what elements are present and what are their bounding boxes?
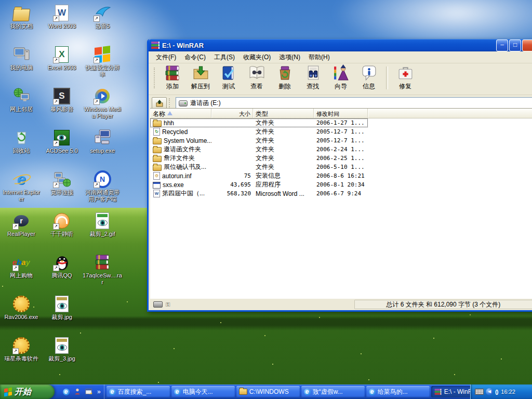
- view-button[interactable]: 查看: [243, 64, 271, 92]
- desktop-icon-quick-resolution[interactable]: ↗ 快速设定分辨率: [82, 44, 123, 85]
- desktop-icon-label: Rav2006.exe: [5, 314, 38, 321]
- menu-file[interactable]: 文件(F): [152, 51, 180, 63]
- word-icon: W↗: [54, 4, 71, 21]
- desktop-icon-rising-antivirus[interactable]: ↗ 瑞星杀毒软件: [1, 335, 42, 376]
- keyboard-tray-icon[interactable]: [475, 389, 484, 395]
- delete-button[interactable]: 删除: [271, 64, 299, 92]
- file-row[interactable]: 邀请函文件夹 文件夹 2006-2-24 1...: [150, 145, 532, 154]
- address-gripper[interactable]: [169, 98, 172, 109]
- menu-help[interactable]: 帮助(H): [304, 51, 334, 63]
- info-icon: [361, 64, 378, 82]
- task-computer-today[interactable]: e电脑今天...: [171, 386, 235, 397]
- disk-icon[interactable]: [153, 301, 163, 308]
- maximize-button[interactable]: □: [509, 39, 521, 51]
- desktop-icon-gif-image[interactable]: 裁剪_2.gif: [82, 210, 123, 251]
- extract-to-button[interactable]: 解压到: [187, 64, 215, 92]
- menu-commands[interactable]: 命令(C): [180, 51, 210, 63]
- desktop-icon-label: Excel 2003: [48, 64, 76, 71]
- desktop-icon-acdsee[interactable]: ↗ ACDSee 5.0: [42, 127, 82, 168]
- qq-penguin-icon: ↗: [54, 254, 71, 271]
- desktop-icon-broadband[interactable]: ↗ 宽带连接: [42, 168, 82, 210]
- shortcut-arrow-icon: ↗: [53, 182, 59, 188]
- desktop-icon-internet-explorer[interactable]: e Internet Explorer: [1, 168, 42, 210]
- menu-favorites[interactable]: 收藏夹(O): [239, 51, 275, 63]
- desktop-icon-excel-2003[interactable]: X↗ Excel 2003: [42, 44, 82, 85]
- desktop-icon-label: 千千静听: [50, 231, 73, 237]
- my-documents-folder-icon: [13, 4, 30, 21]
- task-gei-cainiao[interactable]: e给菜鸟的...: [366, 386, 430, 397]
- add-button[interactable]: 添加: [158, 64, 187, 92]
- column-header-size[interactable]: 大小: [211, 109, 253, 118]
- desktop-icon-setup-exe[interactable]: setup.exe: [82, 127, 123, 168]
- quick-launch-app-window[interactable]: [85, 388, 93, 396]
- file-row[interactable]: System Volume... 文件夹 2005-12-7 1...: [150, 136, 532, 145]
- view-file-icon: [248, 64, 265, 82]
- desktop-icon-network-places[interactable]: 网上邻居: [1, 85, 42, 127]
- desktop-icon-rar-archive[interactable]: 17aqIceSw....rar: [82, 251, 123, 293]
- desktop-icon-jpg-image[interactable]: 裁剪.jpg: [42, 293, 82, 335]
- up-one-level-button[interactable]: [152, 97, 167, 110]
- repair-button[interactable]: 修复: [391, 64, 419, 92]
- desktop-icon-recycle-bin[interactable]: 回收站: [1, 127, 42, 168]
- task-winrar[interactable]: E:\ - WinRAR: [431, 386, 470, 397]
- shortcut-arrow-icon: ↗: [53, 16, 59, 22]
- test-button[interactable]: 测试: [215, 64, 243, 92]
- task-zhi-xujia[interactable]: e致“虚假w...: [301, 386, 365, 397]
- lion-icon: [13, 295, 30, 312]
- desktop-icon-my-computer[interactable]: 我的电脑: [1, 44, 42, 85]
- taskbar-clock[interactable]: 16:22: [501, 389, 515, 395]
- folder-icon: [239, 389, 247, 395]
- setup-icon: [94, 129, 111, 146]
- shortcut-arrow-icon: ↗: [12, 223, 19, 230]
- desktop-icon-word-2003[interactable]: W↗ Word 2003: [42, 2, 82, 44]
- find-button[interactable]: 查找: [299, 64, 327, 92]
- desktop-icon-jpg-image-3[interactable]: 裁剪_3.jpg: [42, 335, 82, 376]
- desktop-icon-online-shopping[interactable]: ebay↗ 网上购物: [1, 251, 42, 293]
- collapse-chevron-icon[interactable]: ◀: [486, 388, 493, 395]
- column-header-modified[interactable]: 修改时间: [314, 109, 368, 118]
- desktop-icon-rav2006[interactable]: Rav2006.exe: [1, 293, 42, 335]
- desktop-icon-label: 宽带连接: [50, 189, 73, 196]
- toolbar-gripper[interactable]: [154, 68, 157, 88]
- menu-tools[interactable]: 工具(S): [210, 51, 239, 63]
- window-title: E:\ - WinRAR: [162, 42, 495, 49]
- desktop-icon-storm-player[interactable]: S↗ 暴风影音: [42, 85, 82, 127]
- desktop-icon-label: 网上购物: [10, 272, 33, 279]
- menu-options[interactable]: 选项(N): [275, 51, 304, 63]
- desktop-icon-label: 裁剪_3.jpg: [48, 355, 75, 362]
- quick-launch-messenger[interactable]: [73, 388, 82, 396]
- desktop-icon-netcom-client[interactable]: N↗ 河南网通宽带用户客户端: [82, 168, 123, 210]
- column-header-name[interactable]: 名称: [150, 109, 211, 118]
- file-row[interactable]: ↻Recycled 文件夹 2005-12-7 1...: [150, 127, 532, 136]
- file-row[interactable]: sxs.exe 43,695 应用程序 2006-8-1 20:34: [150, 180, 532, 189]
- key-icon[interactable]: ⚿: [166, 301, 170, 308]
- desktop-icon-tencent-qq[interactable]: ↗ 腾讯QQ: [42, 251, 82, 293]
- quick-launch-ie[interactable]: e: [62, 388, 70, 396]
- desktop-icon-thunder5[interactable]: ↗ 迅雷5: [82, 2, 123, 44]
- messenger-icon: [74, 388, 81, 395]
- address-combobox[interactable]: 邀请函 (E:): [176, 97, 532, 110]
- info-button[interactable]: 信息: [355, 64, 383, 92]
- task-c-windows[interactable]: C:\WINDOWS: [236, 386, 300, 397]
- desktop-icon-label: 我的文档: [10, 23, 33, 30]
- desktop-icon-ttplayer[interactable]: ↗ 千千静听: [42, 210, 82, 251]
- column-header-type[interactable]: 类型: [253, 109, 314, 118]
- file-row[interactable]: hhh 文件夹 2006-1-27 1...: [150, 118, 368, 127]
- file-row[interactable]: 展位确认书及... 文件夹 2006-5-10 1...: [150, 163, 532, 171]
- file-row[interactable]: ⚙autorun.inf 75 安装信息 2006-8-6 16:21: [150, 171, 532, 180]
- desktop-icon-my-documents[interactable]: 我的文档: [1, 2, 42, 44]
- title-bar[interactable]: E:\ - WinRAR – □: [149, 39, 532, 51]
- start-button[interactable]: 开始: [0, 384, 55, 399]
- chevron-more-icon[interactable]: »: [96, 388, 101, 395]
- windows-flag-icon: ↗: [94, 46, 111, 63]
- desktop-icon-windows-media-player[interactable]: ↗ Windows Media Player: [82, 85, 123, 127]
- minimize-button[interactable]: –: [496, 39, 508, 51]
- netcom-tray-icon[interactable]: (): [495, 389, 498, 395]
- shortcut-arrow-icon: ↗: [53, 57, 59, 63]
- desktop-icon-realplayer[interactable]: r↗ RealPlayer: [1, 210, 42, 251]
- task-baidu-search[interactable]: e百度搜索_...: [107, 386, 170, 397]
- close-button[interactable]: [522, 39, 532, 51]
- wizard-button[interactable]: 向导: [327, 64, 355, 92]
- file-row[interactable]: W第四届中国（... 568,320 Microsoft Word ... 20…: [150, 189, 532, 198]
- file-row[interactable]: 詹洋文件夹 文件夹 2006-2-25 1...: [150, 154, 532, 163]
